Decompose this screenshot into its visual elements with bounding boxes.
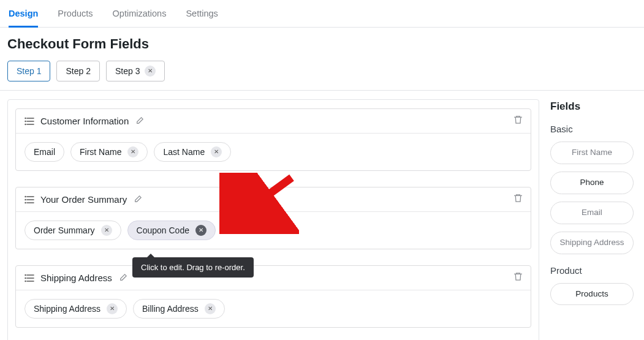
top-nav: Design Products Optimizations Settings [0,0,644,28]
sidebar-field-email[interactable]: Email [550,202,634,224]
section-title: Shipping Address [40,273,112,283]
trash-icon[interactable] [513,115,523,127]
pencil-icon[interactable] [135,116,144,126]
step-label: Step 2 [66,66,90,76]
field-chip-first-name[interactable]: First Name ✕ [70,142,148,162]
section-header[interactable]: Shipping Address [16,266,531,290]
step-label: Step 3 [115,66,140,76]
close-icon[interactable]: ✕ [107,303,118,314]
canvas: Customer Information Email First Name ✕ … [0,90,644,340]
svg-point-5 [25,123,26,124]
svg-point-17 [25,280,26,281]
pencil-icon[interactable] [133,195,142,204]
field-chip-order-summary[interactable]: Order Summary ✕ [25,221,121,240]
sidebar-field-first-name[interactable]: First Name [550,142,634,164]
chip-label: Order Summary [34,225,95,235]
chip-label: Last Name [163,147,205,157]
chip-label: Coupon Code [137,225,189,235]
section-title: Customer Information [40,116,129,126]
field-chip-shipping-address[interactable]: Shipping Address ✕ [25,299,127,319]
svg-point-16 [25,277,26,278]
section-body: Order Summary ✕ Coupon Code ✕ [16,212,531,249]
sidebar-heading: Fields [550,100,634,113]
step-1-button[interactable]: Step 1 [7,61,50,81]
step-label: Step 1 [17,66,41,76]
pencil-icon[interactable] [118,273,127,282]
close-icon[interactable]: ✕ [205,303,216,314]
section-header[interactable]: Your Order Summary [16,187,531,212]
close-icon[interactable]: ✕ [101,225,112,236]
step-2-button[interactable]: Step 2 [56,61,99,81]
close-icon[interactable]: ✕ [127,146,138,157]
section-customer-information: Customer Information Email First Name ✕ … [15,108,531,171]
sidebar-group-product: Product [550,265,634,276]
svg-point-11 [25,202,26,203]
svg-point-10 [25,198,26,200]
close-icon[interactable]: ✕ [195,225,206,236]
svg-point-3 [25,117,26,118]
svg-point-15 [25,274,26,275]
chip-label: Billing Address [142,304,199,314]
page-title: Checkout Form Fields [0,28,644,58]
field-chip-billing-address[interactable]: Billing Address ✕ [133,299,225,319]
field-chip-email[interactable]: Email [25,142,64,162]
chip-label: Shipping Address [34,304,100,314]
section-title: Your Order Summary [40,194,127,205]
svg-point-9 [25,195,26,197]
section-body: Email First Name ✕ Last Name ✕ [16,134,531,170]
tab-design[interactable]: Design [9,9,38,28]
drag-handle-icon[interactable] [25,274,34,282]
tab-products[interactable]: Products [58,9,93,27]
section-order-summary: Your Order Summary Order Summary ✕ Coupo… [15,187,531,249]
chip-label: Email [34,147,55,157]
trash-icon[interactable] [513,271,523,284]
svg-point-4 [25,120,26,121]
section-body: Shipping Address ✕ Billing Address ✕ [16,290,531,327]
section-header[interactable]: Customer Information [16,109,531,134]
close-icon[interactable]: ✕ [145,66,156,77]
drag-handle-icon[interactable] [25,117,34,126]
tab-settings[interactable]: Settings [186,9,218,27]
sidebar-field-products[interactable]: Products [550,283,634,306]
sidebar-group-basic: Basic [550,124,634,134]
field-chip-last-name[interactable]: Last Name ✕ [154,142,231,162]
form-builder: Customer Information Email First Name ✕ … [7,99,539,340]
drag-handle-icon[interactable] [25,195,34,204]
step-3-button[interactable]: Step 3 ✕ [106,61,165,81]
chip-label: First Name [80,147,121,157]
tab-optimizations[interactable]: Optimizations [113,9,167,27]
sidebar-field-phone[interactable]: Phone [550,172,634,194]
trash-icon[interactable] [513,193,523,205]
section-shipping-address: Shipping Address Shipping Address ✕ Bill… [15,265,531,328]
step-row: Step 1 Step 2 Step 3 ✕ [0,58,644,90]
field-chip-coupon-code[interactable]: Coupon Code ✕ [127,221,216,240]
fields-sidebar: Fields Basic First Name Phone Email Ship… [550,99,634,312]
sidebar-field-shipping-address[interactable]: Shipping Address [550,232,634,254]
close-icon[interactable]: ✕ [211,146,222,157]
tooltip: Click to edit. Drag to re-order. [132,257,254,278]
